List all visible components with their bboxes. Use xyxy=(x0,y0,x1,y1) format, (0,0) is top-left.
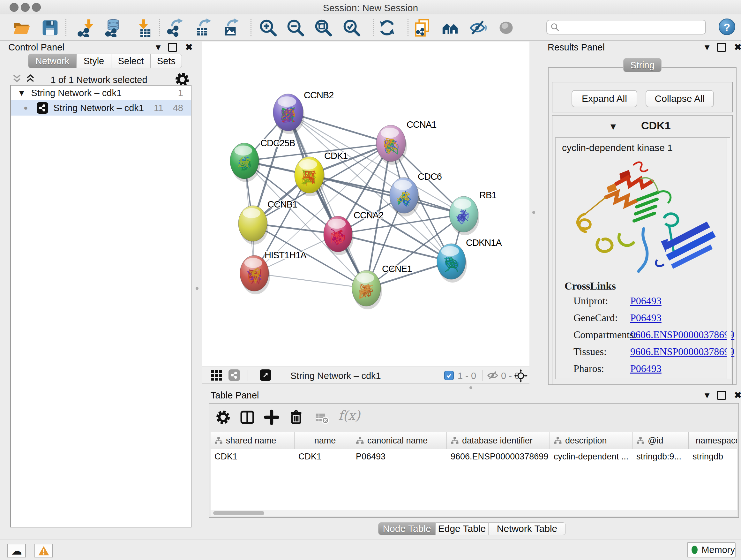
table-horizontal-scrollbar[interactable] xyxy=(211,510,737,516)
network-node-cdk1[interactable] xyxy=(294,157,325,196)
scrollbar-thumb[interactable] xyxy=(213,511,264,515)
zoom-in-button[interactable] xyxy=(258,17,278,38)
right-splitter-handle[interactable] xyxy=(532,211,535,214)
crosslink-link[interactable]: P06493 xyxy=(630,363,662,374)
import-table-file-button[interactable] xyxy=(132,17,153,38)
network-node-ccne1[interactable] xyxy=(352,270,382,309)
network-node-cdc6[interactable] xyxy=(390,178,420,216)
help-button[interactable]: ? xyxy=(719,18,735,35)
close-panel-icon[interactable]: ✖ xyxy=(185,44,193,51)
float-panel-icon[interactable] xyxy=(717,391,726,400)
column-header-canonical-name[interactable]: canonical name xyxy=(352,432,447,449)
collection-expander-icon[interactable]: ▼ xyxy=(19,89,24,97)
cell-name[interactable]: CDK1 xyxy=(294,449,352,464)
import-network-database-button[interactable] xyxy=(103,17,124,38)
zoom-fit-button[interactable] xyxy=(313,17,333,38)
expand-all-networks-button[interactable] xyxy=(25,74,36,85)
clone-network-button[interactable] xyxy=(412,17,432,38)
tab-sets[interactable]: Sets xyxy=(151,54,182,68)
network-node-ccna2[interactable] xyxy=(324,216,354,255)
network-node-hist1h1a[interactable] xyxy=(240,255,270,294)
network-selection-status: 1 of 1 Network selected xyxy=(42,75,156,85)
column-header-namespace[interactable]: namespace xyxy=(689,432,737,449)
tab-style[interactable]: Style xyxy=(77,54,111,68)
collapse-all-button[interactable]: Collapse All xyxy=(646,90,714,107)
gene-section: ▼ CDK1 cyclin-dependent kinase 1 xyxy=(552,115,733,385)
collapse-all-networks-button[interactable] xyxy=(11,74,22,85)
network-node-ccnb2[interactable] xyxy=(273,94,305,134)
network-collection-row[interactable]: ▼ String Network – cdk1 1 xyxy=(11,85,191,100)
column-header-id[interactable]: @id xyxy=(632,432,689,449)
network-graph[interactable]: CCNB2CCNA1CDC25BCDK1CDC6RB1CCNB1CCNA2CDK… xyxy=(202,42,529,367)
show-columns-button[interactable] xyxy=(239,409,255,427)
tab-select[interactable]: Select xyxy=(111,54,151,68)
detach-view-icon[interactable] xyxy=(260,369,271,381)
network-options-gear-icon[interactable] xyxy=(176,73,189,86)
network-canvas[interactable]: CCNB2CCNA1CDC25BCDK1CDC6RB1CCNB1CCNA2CDK… xyxy=(202,42,529,367)
cell-id[interactable]: stringdb:9... xyxy=(632,449,689,464)
zoom-out-button[interactable] xyxy=(285,17,306,38)
close-panel-icon[interactable]: ✖ xyxy=(734,44,741,51)
crosslink-link[interactable]: 9606.ENSP00000378699 xyxy=(630,346,734,358)
export-image-button[interactable] xyxy=(221,17,241,38)
zoom-selected-button[interactable] xyxy=(341,17,362,38)
selected-items-checkbox[interactable] xyxy=(444,371,454,380)
import-network-file-button[interactable] xyxy=(76,17,97,38)
refresh-view-button[interactable] xyxy=(377,17,397,38)
crosslink-link[interactable]: P06493 xyxy=(630,312,662,324)
export-network-button[interactable] xyxy=(165,17,185,38)
panel-menu-icon[interactable]: ▼ xyxy=(704,44,710,51)
panel-menu-icon[interactable]: ▼ xyxy=(704,391,710,399)
tab-network-table[interactable]: Network Table xyxy=(488,522,566,535)
column-header-description[interactable]: description xyxy=(550,432,632,449)
search-input[interactable] xyxy=(560,22,698,33)
tab-edge-table[interactable]: Edge Table xyxy=(435,522,488,535)
gene-expander-icon[interactable]: ▼ xyxy=(610,123,616,131)
trash-icon xyxy=(288,409,305,425)
show-details-button[interactable] xyxy=(496,17,516,38)
delete-table-button-disabled[interactable] xyxy=(315,411,329,427)
close-panel-icon[interactable]: ✖ xyxy=(734,392,741,399)
add-column-button[interactable] xyxy=(264,409,280,427)
cloud-status-button[interactable]: ☁ xyxy=(7,544,26,557)
crosslink-link[interactable]: 9606.ENSP00000378699 xyxy=(630,329,734,341)
network-node-ccnb1[interactable] xyxy=(239,206,268,245)
horizontal-splitter-handle[interactable] xyxy=(469,386,472,389)
delete-column-button[interactable] xyxy=(288,409,305,427)
float-panel-icon[interactable] xyxy=(717,43,726,52)
birdseye-toggle-button[interactable] xyxy=(514,369,528,384)
column-header-shared-name[interactable]: shared name xyxy=(211,432,294,449)
float-panel-icon[interactable] xyxy=(168,43,177,52)
tab-network[interactable]: Network xyxy=(28,54,77,68)
table-options-gear-icon[interactable] xyxy=(216,411,230,424)
cell-canonical-name[interactable]: P06493 xyxy=(352,449,447,464)
results-scrollbar[interactable] xyxy=(727,138,731,379)
warnings-button[interactable] xyxy=(35,544,53,557)
tab-node-table[interactable]: Node Table xyxy=(378,522,435,535)
crosslink-link[interactable]: P06493 xyxy=(630,295,662,307)
cell-database-identifier[interactable]: 9606.ENSP00000378699 xyxy=(447,449,550,464)
column-header-name[interactable]: name xyxy=(294,432,352,449)
memory-button[interactable]: Memory xyxy=(687,542,736,557)
export-table-button[interactable] xyxy=(193,17,213,38)
expand-all-button[interactable]: Expand All xyxy=(571,90,637,107)
network-node-cdkn1a[interactable] xyxy=(437,244,467,283)
tab-string[interactable]: String xyxy=(623,58,662,72)
cell-description[interactable]: cyclin-dependent ... xyxy=(550,449,632,464)
table-row[interactable]: CDK1 CDK1 P06493 9606.ENSP00000378699 cy… xyxy=(211,449,737,464)
network-node-ccna1[interactable] xyxy=(376,125,407,165)
left-splitter-handle[interactable] xyxy=(196,287,199,290)
network-view-share-icon[interactable] xyxy=(228,369,240,381)
function-builder-button-disabled[interactable]: f(x) xyxy=(338,408,360,423)
grid-view-icon[interactable] xyxy=(211,370,222,381)
column-header-database-identifier[interactable]: database identifier xyxy=(447,432,550,449)
neighborhood-button[interactable] xyxy=(440,17,461,38)
open-file-button[interactable] xyxy=(11,17,32,38)
cell-shared-name[interactable]: CDK1 xyxy=(211,449,294,464)
save-session-button[interactable] xyxy=(40,17,60,38)
network-row-selected[interactable]: ● String Network – cdk1 11 48 xyxy=(11,100,191,116)
network-node-rb1[interactable] xyxy=(449,196,479,235)
cell-namespace[interactable]: stringdb xyxy=(689,449,737,464)
hide-details-button[interactable] xyxy=(468,17,488,38)
panel-menu-icon[interactable]: ▼ xyxy=(156,44,160,51)
